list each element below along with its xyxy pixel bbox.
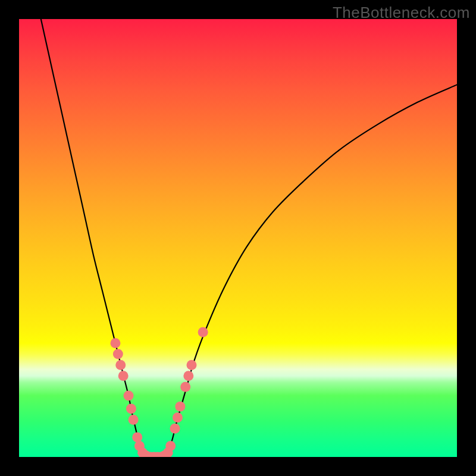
data-point — [118, 371, 129, 381]
data-point — [115, 360, 126, 370]
data-point — [173, 412, 183, 422]
watermark-text: TheBottleneck.com — [333, 4, 470, 22]
bottleneck-curve — [41, 19, 457, 457]
data-point — [198, 327, 208, 337]
data-point — [124, 390, 134, 400]
data-point — [110, 338, 120, 348]
data-point — [126, 404, 136, 414]
plot-area — [19, 19, 457, 457]
data-point — [183, 371, 193, 381]
chart-frame: TheBottleneck.com — [0, 0, 476, 476]
data-point — [180, 382, 190, 392]
data-point — [170, 424, 180, 434]
data-point — [132, 432, 142, 442]
data-point — [129, 415, 139, 425]
curve-group — [41, 19, 457, 457]
marker-group — [110, 327, 208, 457]
chart-svg — [19, 19, 457, 457]
data-point — [113, 349, 123, 359]
data-point — [186, 360, 196, 370]
data-point — [175, 402, 185, 412]
data-point — [165, 441, 176, 451]
